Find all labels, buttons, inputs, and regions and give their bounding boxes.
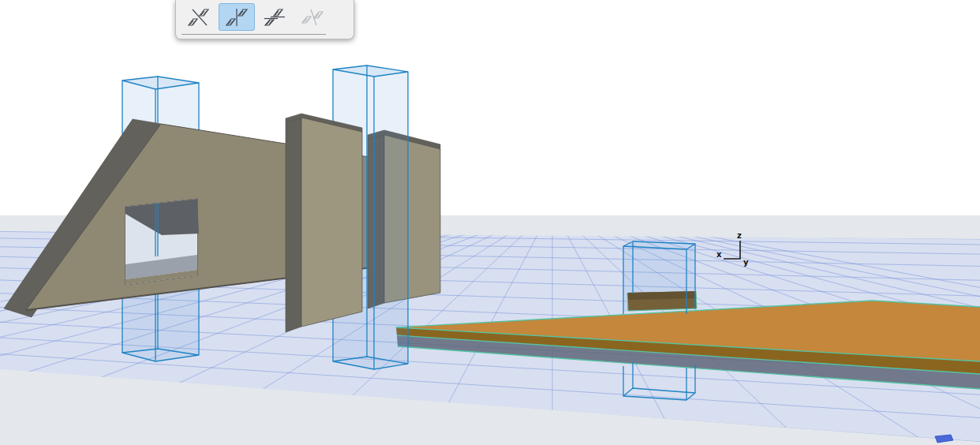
toolbar-separator bbox=[181, 34, 326, 35]
junction-cross-button[interactable] bbox=[181, 3, 217, 31]
axis-y-label: y bbox=[743, 258, 749, 267]
junction-cross-icon bbox=[188, 8, 210, 27]
junction-offset-icon bbox=[264, 8, 286, 27]
junction-vertical-button[interactable] bbox=[219, 3, 255, 31]
axis-x-label: x bbox=[716, 250, 722, 259]
junction-offset-button[interactable] bbox=[256, 3, 293, 31]
3d-viewport[interactable]: z x y bbox=[0, 0, 980, 445]
middle-wall-left[interactable] bbox=[286, 114, 362, 332]
3d-scene: z x y bbox=[0, 0, 980, 445]
junction-toolbar bbox=[175, 0, 354, 39]
junction-diagonal-button[interactable] bbox=[294, 3, 331, 31]
junction-diagonal-icon bbox=[301, 8, 324, 27]
axis-z-label: z bbox=[737, 231, 742, 240]
junction-vertical-icon bbox=[226, 8, 248, 27]
